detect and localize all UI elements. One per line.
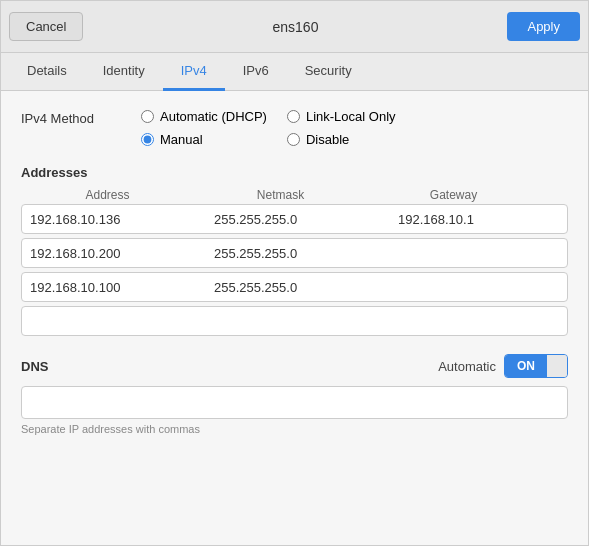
- titlebar: Cancel ens160 Apply: [1, 1, 588, 53]
- radio-disable[interactable]: [287, 133, 300, 146]
- method-manual[interactable]: Manual: [141, 132, 267, 147]
- method-link-local[interactable]: Link-Local Only: [287, 109, 413, 124]
- address-input-1[interactable]: [22, 206, 206, 233]
- dns-header-row: DNS Automatic ON: [21, 354, 568, 378]
- address-input-2[interactable]: [22, 240, 206, 267]
- col-header-gateway: Gateway: [367, 188, 540, 202]
- addresses-title: Addresses: [21, 165, 568, 180]
- address-column-headers: Address Netmask Gateway: [21, 188, 568, 202]
- address-row-3: ✕: [21, 272, 568, 302]
- dns-automatic-toggle[interactable]: ON: [504, 354, 568, 378]
- netmask-input-2[interactable]: [206, 240, 390, 267]
- tab-ipv4[interactable]: IPv4: [163, 53, 225, 91]
- ipv4-method-section: IPv4 Method Automatic (DHCP) Link-Local …: [21, 109, 568, 147]
- radio-link-local[interactable]: [287, 110, 300, 123]
- method-manual-label: Manual: [160, 132, 203, 147]
- address-row-2: ✕: [21, 238, 568, 268]
- dns-automatic-label: Automatic: [438, 359, 496, 374]
- content-area: IPv4 Method Automatic (DHCP) Link-Local …: [1, 91, 588, 545]
- dns-input[interactable]: [21, 386, 568, 419]
- netmask-input-3[interactable]: [206, 274, 390, 301]
- col-header-netmask: Netmask: [194, 188, 367, 202]
- address-row-4: ✕: [21, 306, 568, 336]
- tab-identity[interactable]: Identity: [85, 53, 163, 91]
- address-row-1: ✕: [21, 204, 568, 234]
- dns-section: DNS Automatic ON Separate IP addresses w…: [21, 354, 568, 435]
- gateway-input-2[interactable]: [390, 240, 568, 267]
- tab-details[interactable]: Details: [9, 53, 85, 91]
- method-automatic-dhcp[interactable]: Automatic (DHCP): [141, 109, 267, 124]
- address-input-3[interactable]: [22, 274, 206, 301]
- ipv4-method-options: Automatic (DHCP) Link-Local Only Manual …: [141, 109, 413, 147]
- dns-label: DNS: [21, 359, 438, 374]
- gateway-input-4[interactable]: [390, 308, 568, 335]
- ipv4-method-label: IPv4 Method: [21, 109, 141, 126]
- gateway-input-1[interactable]: [390, 206, 568, 233]
- dns-toggle-off[interactable]: [547, 355, 567, 377]
- dns-hint: Separate IP addresses with commas: [21, 423, 568, 435]
- netmask-input-1[interactable]: [206, 206, 390, 233]
- gateway-input-3[interactable]: [390, 274, 568, 301]
- tabs-bar: Details Identity IPv4 IPv6 Security: [1, 53, 588, 91]
- tab-ipv6[interactable]: IPv6: [225, 53, 287, 91]
- window-title: ens160: [273, 19, 319, 35]
- dns-toggle-on[interactable]: ON: [505, 355, 547, 377]
- apply-button[interactable]: Apply: [507, 12, 580, 41]
- address-input-4[interactable]: [22, 308, 206, 335]
- radio-manual[interactable]: [141, 133, 154, 146]
- col-header-address: Address: [21, 188, 194, 202]
- radio-automatic-dhcp[interactable]: [141, 110, 154, 123]
- window: Cancel ens160 Apply Details Identity IPv…: [0, 0, 589, 546]
- method-link-local-label: Link-Local Only: [306, 109, 396, 124]
- method-disable[interactable]: Disable: [287, 132, 413, 147]
- cancel-button[interactable]: Cancel: [9, 12, 83, 41]
- method-automatic-dhcp-label: Automatic (DHCP): [160, 109, 267, 124]
- netmask-input-4[interactable]: [206, 308, 390, 335]
- tab-security[interactable]: Security: [287, 53, 370, 91]
- method-disable-label: Disable: [306, 132, 349, 147]
- addresses-section: Addresses Address Netmask Gateway ✕ ✕: [21, 165, 568, 336]
